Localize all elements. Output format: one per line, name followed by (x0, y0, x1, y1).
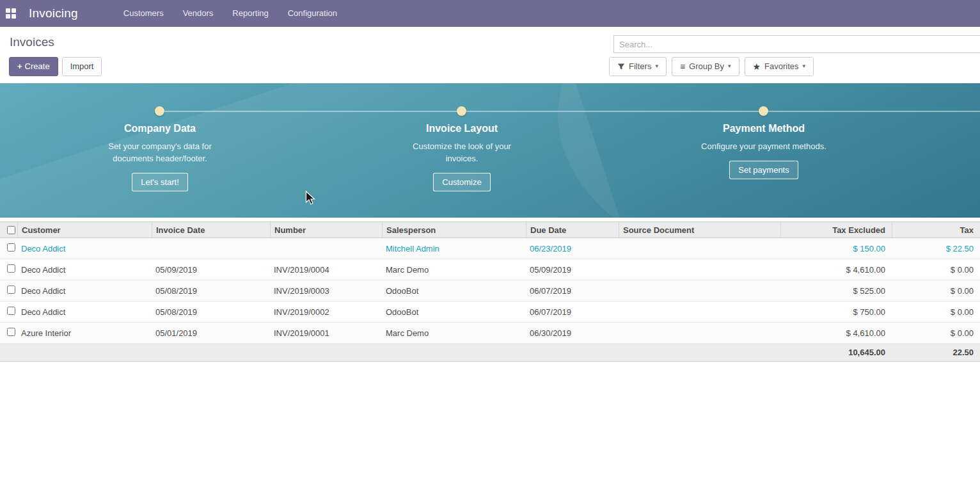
cell-tax: $ 0.00 (892, 328, 980, 338)
favorites-button[interactable]: ★ Favorites ▾ (745, 57, 814, 76)
group-by-button[interactable]: ≡ Group By ▾ (672, 57, 739, 76)
cell-due-date: 06/23/2019 (526, 244, 619, 253)
app-title[interactable]: Invoicing (29, 6, 78, 20)
column-header-source-document[interactable]: Source Document (619, 222, 780, 237)
caret-down-icon: ▾ (655, 63, 658, 70)
cell-number: INV/2019/0002 (270, 307, 382, 317)
row-checkbox[interactable] (7, 328, 15, 336)
cell-salesperson: Mitchell Admin (382, 244, 526, 253)
cell-invoice-date: 05/09/2019 (152, 265, 270, 275)
cell-customer: Deco Addict (17, 307, 152, 317)
cell-due-date: 06/30/2019 (526, 328, 619, 338)
step-dot (155, 106, 164, 116)
column-header-salesperson[interactable]: Salesperson (382, 222, 526, 237)
column-header-tax-excluded[interactable]: Tax Excluded (780, 222, 892, 237)
cell-customer: Deco Addict (17, 286, 152, 296)
step-title: Invoice Layout (311, 123, 613, 134)
step-title: Company Data (9, 123, 311, 134)
search-input[interactable] (613, 35, 980, 53)
step-invoice-layout: Invoice Layout Customize the look of you… (311, 123, 613, 191)
filters-button[interactable]: Filters ▾ (609, 57, 667, 76)
cell-tax-excluded: $ 4,610.00 (780, 328, 892, 338)
lets-start-button[interactable]: Let's start! (132, 173, 188, 191)
column-header-number[interactable]: Number (270, 222, 382, 237)
cell-tax: $ 0.00 (892, 307, 980, 317)
cell-tax-excluded: $ 150.00 (780, 244, 892, 253)
cell-due-date: 05/09/2019 (526, 265, 619, 275)
menu-vendors[interactable]: Vendors (173, 0, 223, 27)
select-all-checkbox[interactable] (7, 226, 15, 234)
cell-salesperson: OdooBot (382, 307, 526, 317)
footer-tax-total: 22.50 (892, 348, 980, 357)
menu-customers[interactable]: Customers (114, 0, 173, 27)
apps-icon-square (6, 14, 10, 19)
cell-tax: $ 22.50 (892, 244, 980, 253)
onboarding-steps: Company Data Set your company's data for… (0, 83, 980, 191)
apps-menu-icon[interactable] (6, 8, 16, 19)
table-row[interactable]: Deco Addict 05/08/2019 INV/2019/0002 Odo… (0, 301, 980, 323)
cell-invoice-date: 05/08/2019 (152, 307, 270, 317)
table-row[interactable]: Deco Addict 05/08/2019 INV/2019/0003 Odo… (0, 280, 980, 301)
cell-tax-excluded: $ 4,610.00 (780, 265, 892, 275)
step-dot (759, 106, 768, 116)
apps-icon-square (12, 8, 16, 13)
caret-down-icon: ▾ (803, 63, 806, 70)
cell-tax: $ 0.00 (892, 265, 980, 275)
cell-customer: Azure Interior (17, 328, 152, 338)
row-checkbox[interactable] (7, 285, 15, 294)
table-header: Customer Invoice Date Number Salesperson… (0, 221, 980, 238)
column-header-invoice-date[interactable]: Invoice Date (152, 222, 270, 237)
cell-salesperson: OdooBot (382, 286, 526, 296)
row-checkbox[interactable] (7, 264, 15, 273)
table-footer: 10,645.00 22.50 (0, 344, 980, 362)
cell-due-date: 06/07/2019 (526, 307, 619, 317)
step-description: Customize the look of your invoices. (398, 140, 526, 165)
set-payments-button[interactable]: Set payments (729, 161, 798, 179)
column-header-due-date[interactable]: Due Date (526, 222, 619, 237)
control-panel: Invoices +Create Import Filters ▾ ≡ Grou… (0, 27, 980, 83)
import-button[interactable]: Import (62, 57, 102, 76)
step-description: Set your company's data for documents he… (96, 140, 224, 165)
cell-number: INV/2019/0003 (270, 286, 382, 296)
row-checkbox[interactable] (7, 243, 15, 252)
row-checkbox[interactable] (7, 307, 15, 315)
top-navbar: Invoicing Customers Vendors Reporting Co… (0, 0, 980, 27)
step-payment-method: Payment Method Configure your payment me… (613, 123, 915, 191)
customize-button[interactable]: Customize (433, 173, 490, 191)
table-row[interactable]: Deco Addict Mitchell Admin 06/23/2019 $ … (0, 238, 980, 259)
cell-customer: Deco Addict (17, 265, 152, 275)
step-dot (457, 106, 466, 116)
invoices-list: Customer Invoice Date Number Salesperson… (0, 221, 980, 362)
table-row[interactable]: Deco Addict 05/09/2019 INV/2019/0004 Mar… (0, 259, 980, 280)
cell-number: INV/2019/0004 (270, 265, 382, 275)
group-by-icon: ≡ (680, 62, 685, 71)
table-row[interactable]: Azure Interior 05/01/2019 INV/2019/0001 … (0, 323, 980, 344)
plus-icon: + (17, 61, 22, 71)
column-header-customer[interactable]: Customer (17, 222, 152, 237)
column-header-tax[interactable]: Tax (892, 222, 980, 237)
caret-down-icon: ▾ (728, 63, 731, 70)
row-checkbox-cell (0, 243, 17, 253)
apps-icon-square (6, 8, 10, 13)
menu-reporting[interactable]: Reporting (223, 0, 278, 27)
row-checkbox-cell (0, 328, 17, 338)
page-title: Invoices (10, 35, 54, 49)
group-by-label: Group By (689, 61, 724, 72)
step-description: Configure your payment methods. (700, 140, 828, 152)
select-all-cell (0, 222, 17, 237)
row-checkbox-cell (0, 307, 17, 317)
create-button[interactable]: +Create (9, 57, 58, 76)
apps-icon-square (12, 14, 16, 19)
nav-menu: Customers Vendors Reporting Configuratio… (114, 0, 347, 27)
footer-tax-excluded-total: 10,645.00 (780, 348, 892, 357)
menu-configuration[interactable]: Configuration (278, 0, 347, 27)
star-icon: ★ (753, 62, 761, 71)
row-checkbox-cell (0, 264, 17, 275)
filter-icon (617, 63, 625, 70)
cell-invoice-date: 05/01/2019 (152, 328, 270, 338)
cell-salesperson: Marc Demo (382, 328, 526, 338)
row-checkbox-cell (0, 285, 17, 296)
onboarding-banner: Company Data Set your company's data for… (0, 83, 980, 218)
create-button-label: Create (25, 61, 50, 71)
cell-tax-excluded: $ 750.00 (780, 307, 892, 317)
